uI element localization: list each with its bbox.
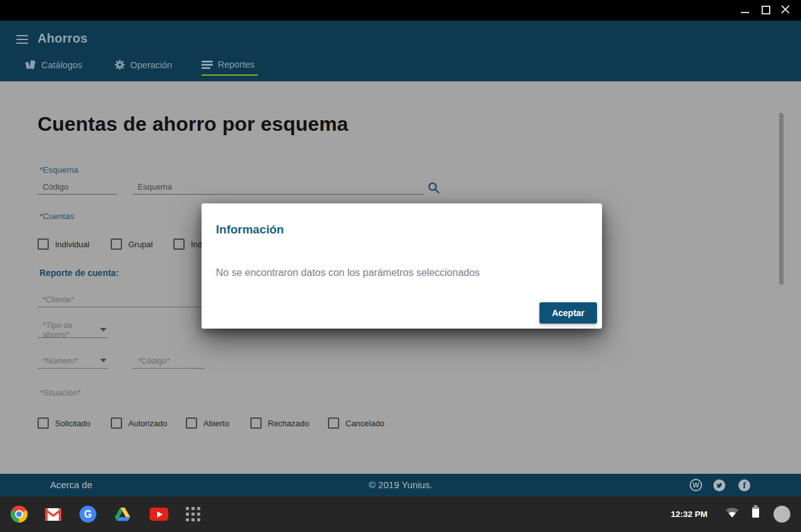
maximize-icon[interactable] [762,6,770,14]
active-tab-underline [202,74,258,76]
reporte-section-label: Reporte de cuenta: [39,268,119,278]
checkbox-box[interactable] [173,238,185,250]
chrome-icon[interactable] [11,496,28,532]
youtube-icon[interactable] [150,496,168,532]
app-header: Ahorros Catálogos Operación [0,21,801,81]
checkbox-autorizado[interactable]: Autorizado [111,417,167,429]
checkbox-cancelado[interactable]: Cancelado [328,417,384,429]
checkbox-individual[interactable]: Individual [38,238,89,250]
checkbox-rechazado[interactable]: Rechazado [250,417,309,429]
tab-label: Catálogos [41,60,82,70]
checkbox-box[interactable] [328,417,339,429]
tab-label: Operación [130,60,172,70]
codigo-input[interactable] [133,355,205,369]
wifi-icon[interactable] [725,507,739,520]
app-title: Ahorros [38,31,88,46]
close-icon[interactable] [780,4,790,14]
drive-icon[interactable] [115,496,131,532]
gmail-icon[interactable] [45,496,61,532]
copyright-text: © 2019 Yunius. [0,479,801,490]
esquema-section-label: *Esquema [39,165,78,175]
account-avatar[interactable] [773,506,790,523]
dialog-message: No se encontraron datos con los parámetr… [216,267,480,279]
checkbox-box[interactable] [38,238,49,250]
page-title: Cuentas de ahorro por esquema [38,113,349,136]
gear-icon [115,59,125,70]
dialog-title: Información [216,223,284,237]
situacion-label: *Situación* [39,388,81,397]
wordpress-icon[interactable]: W [690,479,702,491]
clock[interactable]: 12:32 PM [671,496,708,532]
minimize-icon[interactable] [741,12,749,13]
checkbox-box[interactable] [111,417,122,429]
tab-label: Reportes [218,59,255,69]
library-books-icon [25,59,36,70]
vertical-scrollbar[interactable] [779,113,783,285]
checkbox-box[interactable] [186,417,197,429]
chevron-down-icon [100,359,106,362]
menu-icon[interactable] [16,35,28,44]
info-dialog: Información No se encontraron datos con … [202,203,602,329]
search-icon[interactable] [427,182,440,194]
app-footer: Acerca de © 2019 Yunius. W f [0,474,801,496]
tipo-de-ahorro-select[interactable]: *Tipo de ahorro* [38,324,108,338]
chromeos-desktop: { "titlebar": { "minimize": "minimize", … [0,0,801,532]
battery-icon[interactable] [752,505,759,519]
report-lines-icon [202,61,213,69]
window-titlebar [0,0,801,21]
google-icon[interactable]: G [79,496,96,532]
aceptar-button[interactable]: Aceptar [539,302,597,324]
checkbox-box[interactable] [38,417,49,429]
chromeos-shelf: G 12:32 PM [0,496,801,532]
esquema-input[interactable] [133,181,424,195]
esquema-codigo-input[interactable] [38,181,118,195]
checkbox-box[interactable] [111,238,122,250]
twitter-icon[interactable] [713,479,725,491]
tab-reportes[interactable]: Reportes [202,59,255,69]
checkbox-ind[interactable]: Ind [173,238,202,250]
numero-select[interactable]: *Número* [38,355,108,369]
checkbox-abierto[interactable]: Abierto [186,417,229,429]
checkbox-grupal[interactable]: Grupal [111,238,153,250]
apps-grid-icon[interactable] [185,496,200,532]
cuentas-section-label: *Cuentas [39,212,74,221]
tab-operacion[interactable]: Operación [115,59,172,70]
checkbox-box[interactable] [250,417,262,429]
tab-catalogos[interactable]: Catálogos [25,59,82,70]
facebook-icon[interactable]: f [738,479,750,491]
chevron-down-icon [100,328,106,332]
checkbox-solicitado[interactable]: Solicitado [38,417,90,429]
